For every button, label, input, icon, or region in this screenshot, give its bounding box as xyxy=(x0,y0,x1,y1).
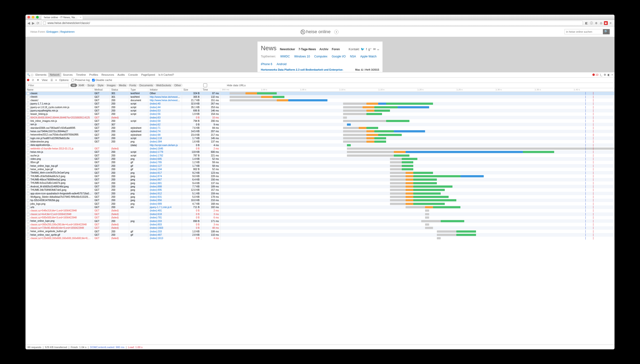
drawer-icon[interactable]: ⟩_ xyxy=(600,73,602,76)
network-row[interactable]: classic;sz=4x4;tile=2;ord=1656422848GET(… xyxy=(26,212,614,216)
network-row[interactable]: standard2008.css?383ad47c92d5add95f5GET2… xyxy=(26,126,614,130)
network-row[interactable]: heise.css?3494c15372cc35844a27GET200styl… xyxy=(26,130,614,133)
devtools-tab[interactable]: Timeline xyxy=(74,72,88,77)
network-row[interactable]: bilderstrecke.pngGET200png(index):3841.6… xyxy=(26,140,614,144)
network-row[interactable]: heise_online_angebote_button.gifGET200gi… xyxy=(26,230,614,233)
devtools-tab[interactable]: Resources xyxy=(100,72,116,77)
filter-pill[interactable]: Documents xyxy=(138,84,155,87)
devtools-tab[interactable]: Profiles xyxy=(88,72,100,77)
column-header[interactable]: Time xyxy=(201,88,220,92)
network-row[interactable]: classic;sz=120x600,160x600,160x600,160x6… xyxy=(26,237,614,240)
ext-icon-4[interactable]: ◎ xyxy=(599,21,603,25)
network-row[interactable]: classicGET301text/htmlOther324 B87 ms xyxy=(26,92,614,95)
record-button[interactable] xyxy=(27,79,29,81)
rss-icon[interactable]: ⏛ xyxy=(377,47,379,51)
maximize-button[interactable] xyxy=(36,16,39,18)
network-row[interactable]: heise.min.jsGET200script(index):1779119 … xyxy=(26,150,614,154)
network-row[interactable]: classic;sz=548x318;tile=1;ord=1656422848… xyxy=(26,209,614,212)
filter-pill[interactable]: Style xyxy=(96,84,105,87)
close-devtools-icon[interactable]: × xyxy=(611,73,613,76)
devtools-tab[interactable]: Audits xyxy=(116,72,127,77)
network-row[interactable]: jquery.equalheights.min.jsGET200script(i… xyxy=(26,109,614,112)
register-link[interactable]: Registrieren xyxy=(60,30,75,33)
column-header[interactable]: Method xyxy=(93,88,110,92)
column-header[interactable]: Initiator xyxy=(148,88,182,92)
network-row[interactable]: heiseonline2012.css763dcc6acb59765fd3f95… xyxy=(26,133,614,136)
devtools-tab[interactable]: PageSpeed xyxy=(140,72,157,77)
topthema-link[interactable]: Google I/O xyxy=(332,55,346,58)
network-row[interactable]: classic;sz=728x90,468x60;tile=5;ord=1656… xyxy=(26,226,614,230)
column-header[interactable]: Type xyxy=(129,88,148,92)
network-row[interactable]: heise_online_lupe.pngGET200png(index):20… xyxy=(26,219,614,223)
network-row[interactable]: webtrekk-v3-bundle-heise-2013-01-21.jsGE… xyxy=(26,147,614,150)
network-row[interactable]: jobs_logo.pngGET200png(index):9894.7 KB1… xyxy=(26,202,614,206)
ext-icon-2[interactable]: ⓘ xyxy=(589,21,593,25)
ext-icon-ublock[interactable]: ◙ xyxy=(604,21,608,25)
login-link[interactable]: Einloggen xyxy=(47,30,58,33)
browser-tab[interactable]: heise online - IT-News, Na… × xyxy=(41,15,83,20)
network-row[interactable]: teaser_linking.jsGET200script(index):561… xyxy=(26,112,614,116)
back-button[interactable]: ◀ xyxy=(28,21,30,25)
menu-icon[interactable]: ≡ xyxy=(609,21,612,25)
news-tab[interactable]: Archiv xyxy=(320,48,328,51)
news-tab[interactable]: Foren xyxy=(332,48,340,51)
network-row[interactable]: classic/GET200documenthttp://www.heise.d… xyxy=(26,98,614,102)
search-input[interactable] xyxy=(564,29,603,34)
ext-icon-3[interactable]: ⊕ xyxy=(594,21,598,25)
reload-button[interactable]: ⟳ xyxy=(37,21,40,25)
filter-pill[interactable]: Other xyxy=(173,84,183,87)
filter-pill[interactable]: Script xyxy=(86,84,96,87)
filter-pill[interactable]: WebSockets xyxy=(155,84,173,87)
network-row[interactable]: heise_online_logo_top.gifGET200gif(index… xyxy=(26,164,614,168)
facebook-icon[interactable]: f xyxy=(366,47,367,51)
devtools-tab[interactable]: Is It Cached? xyxy=(157,72,176,77)
column-header[interactable]: Status xyxy=(110,88,129,92)
error-count[interactable]: 10 xyxy=(592,73,598,76)
news-tab[interactable]: 7-Tage-News xyxy=(298,48,316,51)
network-row[interactable]: data:application/ja…(data)http://script.… xyxy=(26,144,614,147)
close-button[interactable] xyxy=(28,16,30,18)
network-row[interactable]: classic;sz=500x500;tile=3;ord=1656422848… xyxy=(26,216,614,219)
network-row[interactable]: 00on.gifGET200gif(index):7651.2 KB59 ms xyxy=(26,161,614,164)
disable-cache-checkbox[interactable]: Disable cache xyxy=(92,78,112,82)
network-row[interactable]: link_inline_images.min.jsGET200script(in… xyxy=(26,119,614,122)
filter-pill[interactable]: Fonts xyxy=(128,84,138,87)
view-large-icon[interactable]: ☰ xyxy=(51,78,53,82)
devtools-tab[interactable]: Console xyxy=(127,72,140,77)
filter-pill[interactable]: Media xyxy=(117,84,128,87)
news-tab[interactable]: Newsticker xyxy=(280,48,295,51)
topthema-link[interactable]: Computex xyxy=(314,55,327,58)
filter-pill[interactable]: All xyxy=(71,84,77,87)
topthema-link[interactable]: Windows 10 xyxy=(294,55,310,58)
network-row[interactable]: login.min.js?ea887cd229929afd1c8eGET200s… xyxy=(26,136,614,140)
network-row[interactable]: heise_online_lupe.gifGET200gif(index):19… xyxy=(26,168,614,171)
network-row[interactable]: app-store-icon-quadratisch-freigestellt-… xyxy=(26,192,614,195)
preserve-log-checkbox[interactable]: Preserve log xyxy=(72,78,90,82)
network-row[interactable]: THUMB-c83ef3d04a68c5c3.jpegGET200jpeg(in… xyxy=(26,174,614,178)
inspect-icon[interactable]: 🔍 xyxy=(27,73,30,76)
devtools-tab[interactable]: Sources xyxy=(61,72,74,77)
network-row[interactable]: Titelbild_klein-ccecfe2f1c3e1aef.pngGET2… xyxy=(26,171,614,174)
network-row[interactable]: jquery-1.7.1.min.jsGET200script(index):4… xyxy=(26,102,614,106)
filter-pill[interactable]: Images xyxy=(105,84,117,87)
gplus-icon[interactable]: g⁺ xyxy=(368,47,372,51)
topthema-link[interactable]: NSA xyxy=(350,55,356,58)
brand-dropdown-icon[interactable]: ▾ xyxy=(334,30,339,34)
column-header[interactable]: Size xyxy=(182,88,201,92)
topthema-link[interactable]: Apple Watch xyxy=(360,55,377,58)
search-button[interactable]: 🔍 xyxy=(603,29,610,34)
network-row[interactable]: urlsGET200xhrjquery-1.7.1.min.js:4711 B1… xyxy=(26,206,614,209)
ext-icon-1[interactable]: ◧ xyxy=(585,21,588,25)
network-row[interactable]: 66424,66430,66442,66444,66446?ts=2015060… xyxy=(26,116,614,119)
mail-icon[interactable]: ✉ xyxy=(373,47,376,51)
clear-button[interactable]: ⊘ xyxy=(32,78,34,82)
topthema-link[interactable]: iPhone 6 xyxy=(261,62,272,66)
twitter-icon[interactable]: 🐦 xyxy=(361,47,364,51)
network-row[interactable]: iam.jsGET307(index):620 B9 ms xyxy=(26,123,614,126)
dock-icon[interactable]: ◧ xyxy=(607,73,610,76)
network-row[interactable]: heise_online_navi_sprite.gifGET200gif(in… xyxy=(26,233,614,236)
settings-icon[interactable]: ⚙ xyxy=(604,73,606,76)
devtools-tab[interactable]: Elements xyxy=(34,72,48,77)
network-row[interactable]: THUMB-46bce79006fee0a2.jpegGET200jpeg(in… xyxy=(26,178,614,182)
network-row[interactable]: classicGET301text/htmlhttp://www.heise.d… xyxy=(26,95,614,98)
